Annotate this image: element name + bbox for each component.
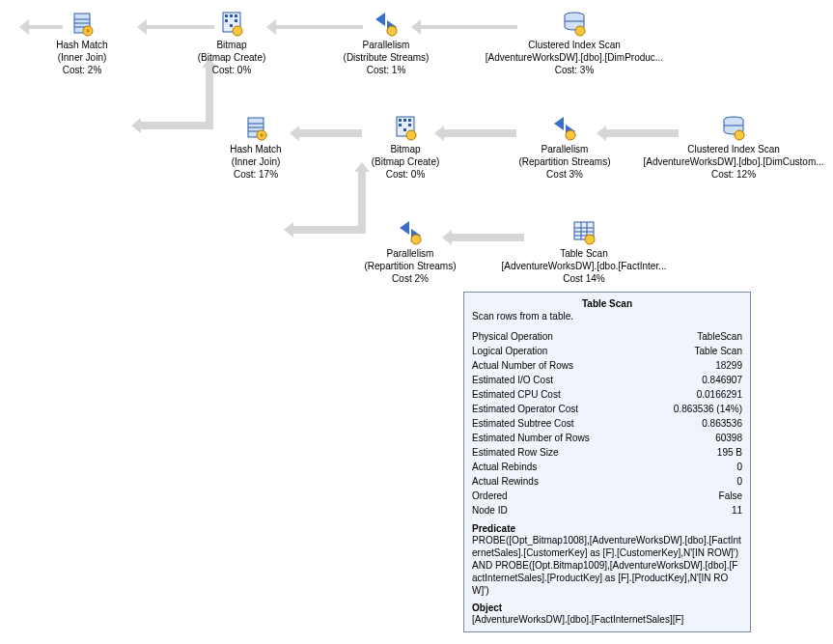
op-title: Bitmap [169,39,294,51]
op-cost: Cost 3% [492,168,637,181]
parallelism-icon [551,114,578,141]
op-title: Clustered Index Scan [473,39,676,51]
tooltip-row: Actual Rewinds0 [472,474,742,489]
op-title: Hash Match [193,143,319,155]
op-table-scan[interactable]: Table Scan [AdventureWorksDW].[dbo.[Fact… [483,218,685,285]
table-scan-icon [570,218,597,245]
hash-match-icon [242,114,269,141]
tooltip-title: Table Scan [472,298,742,309]
op-cix-scan-2[interactable]: Clustered Index Scan [AdventureWorksDW].… [637,114,830,181]
op-sub: (Distribute Streams) [319,51,454,64]
op-bitmap-2[interactable]: Bitmap (Bitmap Create) Cost: 0% [343,114,468,181]
predicate-text: PROBE([Opt_Bitmap1008],[AdventureWorksDW… [472,534,742,597]
op-bitmap-1[interactable]: Bitmap (Bitmap Create) Cost: 0% [169,10,294,76]
op-title: Bitmap [343,143,468,155]
op-hash-match-2[interactable]: Hash Match (Inner Join) Cost: 17% [193,114,319,181]
op-title: Parallelism [338,247,483,260]
op-title: Parallelism [492,143,637,155]
object-label: Object [472,602,742,613]
op-sub: [AdventureWorksDW].[dbo].[DimCustom... [637,155,830,168]
op-sub: (Repartition Streams) [492,155,637,168]
clustered-index-scan-icon [561,10,588,37]
op-cost: Cost 14% [483,272,685,285]
tooltip-row: Estimated Number of Rows60398 [472,431,742,445]
op-sub: (Inner Join) [19,51,145,64]
op-sub: [AdventureWorksDW].[dbo.[FactInter... [483,260,685,272]
op-title: Table Scan [483,247,685,260]
parallelism-icon [373,10,400,37]
clustered-index-scan-icon [720,114,747,141]
op-parallelism-3[interactable]: Parallelism (Repartition Streams) Cost 2… [338,218,483,285]
tooltip-row: Estimated Operator Cost0.863536 (14%) [472,402,742,416]
op-cost: Cost: 3% [473,64,676,76]
operator-tooltip: Table Scan Scan rows from a table. Physi… [463,292,751,632]
tooltip-row: Logical OperationTable Scan [472,344,742,358]
op-cix-scan-1[interactable]: Clustered Index Scan [AdventureWorksDW].… [473,10,676,76]
tooltip-row: Estimated Row Size195 B [472,445,742,460]
tooltip-row: Actual Rebinds0 [472,460,742,474]
op-cost: Cost: 1% [319,64,454,76]
tooltip-row: Estimated I/O Cost0.846907 [472,373,742,387]
hash-match-icon [69,10,96,37]
op-parallelism-2[interactable]: Parallelism (Repartition Streams) Cost 3… [492,114,637,181]
tooltip-row: Physical OperationTableScan [472,329,742,344]
op-sub: (Repartition Streams) [338,260,483,272]
op-sub: (Bitmap Create) [169,51,294,64]
bitmap-icon [392,114,419,141]
tooltip-row: Actual Number of Rows18299 [472,358,742,373]
op-title: Hash Match [19,39,145,51]
predicate-label: Predicate [472,523,742,534]
op-cost: Cost: 0% [169,64,294,76]
object-text: [AdventureWorksDW].[dbo].[FactInternetSa… [472,613,742,626]
op-cost: Cost: 2% [19,64,145,76]
op-title: Parallelism [319,39,454,51]
bitmap-icon [218,10,245,37]
op-sub: (Inner Join) [193,155,319,168]
op-hash-match-1[interactable]: Hash Match (Inner Join) Cost: 2% [19,10,145,76]
tooltip-row: OrderedFalse [472,489,742,503]
tooltip-desc: Scan rows from a table. [472,311,742,322]
tooltip-row: Node ID11 [472,503,742,518]
op-cost: Cost: 12% [637,168,830,181]
op-sub: [AdventureWorksDW].[dbo].[DimProduc... [473,51,676,64]
parallelism-icon [397,218,424,245]
tooltip-row: Estimated Subtree Cost0.863536 [472,416,742,431]
op-title: Clustered Index Scan [637,143,830,155]
op-parallelism-1[interactable]: Parallelism (Distribute Streams) Cost: 1… [319,10,454,76]
op-sub: (Bitmap Create) [343,155,468,168]
op-cost: Cost: 0% [343,168,468,181]
op-cost: Cost: 17% [193,168,319,181]
op-cost: Cost 2% [338,272,483,285]
tooltip-row: Estimated CPU Cost0.0166291 [472,387,742,402]
